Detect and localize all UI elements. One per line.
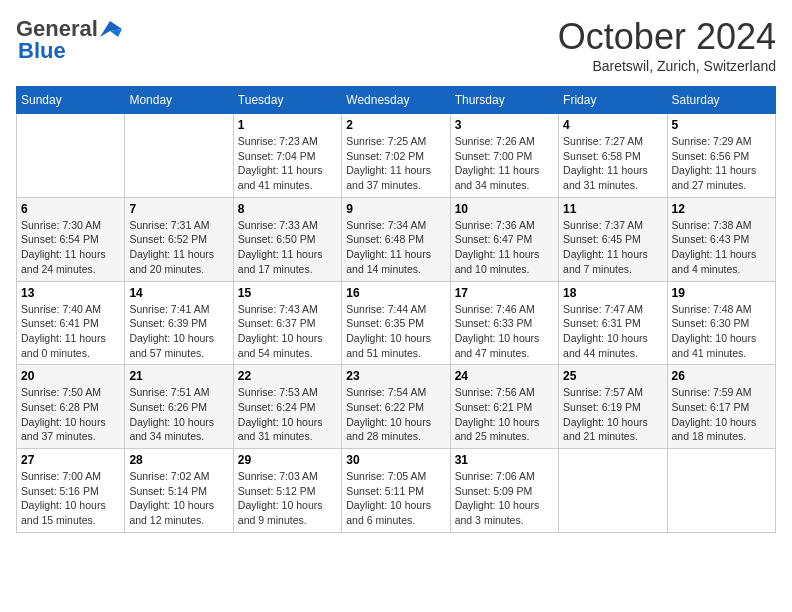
calendar-cell: 7Sunrise: 7:31 AM Sunset: 6:52 PM Daylig… bbox=[125, 197, 233, 281]
day-info: Sunrise: 7:06 AM Sunset: 5:09 PM Dayligh… bbox=[455, 469, 554, 528]
day-info: Sunrise: 7:29 AM Sunset: 6:56 PM Dayligh… bbox=[672, 134, 771, 193]
day-header-row: SundayMondayTuesdayWednesdayThursdayFrid… bbox=[17, 87, 776, 114]
day-number: 5 bbox=[672, 118, 771, 132]
calendar-table: SundayMondayTuesdayWednesdayThursdayFrid… bbox=[16, 86, 776, 533]
calendar-cell: 15Sunrise: 7:43 AM Sunset: 6:37 PM Dayli… bbox=[233, 281, 341, 365]
day-number: 11 bbox=[563, 202, 662, 216]
day-info: Sunrise: 7:02 AM Sunset: 5:14 PM Dayligh… bbox=[129, 469, 228, 528]
day-number: 25 bbox=[563, 369, 662, 383]
day-number: 10 bbox=[455, 202, 554, 216]
calendar-cell: 8Sunrise: 7:33 AM Sunset: 6:50 PM Daylig… bbox=[233, 197, 341, 281]
title-block: October 2024 Baretswil, Zurich, Switzerl… bbox=[558, 16, 776, 74]
day-number: 18 bbox=[563, 286, 662, 300]
day-header-tuesday: Tuesday bbox=[233, 87, 341, 114]
calendar-cell: 23Sunrise: 7:54 AM Sunset: 6:22 PM Dayli… bbox=[342, 365, 450, 449]
day-info: Sunrise: 7:59 AM Sunset: 6:17 PM Dayligh… bbox=[672, 385, 771, 444]
day-info: Sunrise: 7:41 AM Sunset: 6:39 PM Dayligh… bbox=[129, 302, 228, 361]
logo-blue-text: Blue bbox=[18, 38, 66, 64]
calendar-cell bbox=[667, 449, 775, 533]
day-number: 1 bbox=[238, 118, 337, 132]
day-header-monday: Monday bbox=[125, 87, 233, 114]
calendar-cell: 14Sunrise: 7:41 AM Sunset: 6:39 PM Dayli… bbox=[125, 281, 233, 365]
day-number: 20 bbox=[21, 369, 120, 383]
day-number: 8 bbox=[238, 202, 337, 216]
day-number: 31 bbox=[455, 453, 554, 467]
day-info: Sunrise: 7:44 AM Sunset: 6:35 PM Dayligh… bbox=[346, 302, 445, 361]
day-number: 29 bbox=[238, 453, 337, 467]
day-header-saturday: Saturday bbox=[667, 87, 775, 114]
calendar-cell: 18Sunrise: 7:47 AM Sunset: 6:31 PM Dayli… bbox=[559, 281, 667, 365]
calendar-cell: 24Sunrise: 7:56 AM Sunset: 6:21 PM Dayli… bbox=[450, 365, 558, 449]
day-number: 14 bbox=[129, 286, 228, 300]
day-info: Sunrise: 7:54 AM Sunset: 6:22 PM Dayligh… bbox=[346, 385, 445, 444]
day-info: Sunrise: 7:23 AM Sunset: 7:04 PM Dayligh… bbox=[238, 134, 337, 193]
week-row-2: 6Sunrise: 7:30 AM Sunset: 6:54 PM Daylig… bbox=[17, 197, 776, 281]
calendar-cell: 10Sunrise: 7:36 AM Sunset: 6:47 PM Dayli… bbox=[450, 197, 558, 281]
day-number: 26 bbox=[672, 369, 771, 383]
day-number: 13 bbox=[21, 286, 120, 300]
calendar-cell: 27Sunrise: 7:00 AM Sunset: 5:16 PM Dayli… bbox=[17, 449, 125, 533]
calendar-cell: 9Sunrise: 7:34 AM Sunset: 6:48 PM Daylig… bbox=[342, 197, 450, 281]
week-row-1: 1Sunrise: 7:23 AM Sunset: 7:04 PM Daylig… bbox=[17, 114, 776, 198]
day-number: 15 bbox=[238, 286, 337, 300]
day-number: 24 bbox=[455, 369, 554, 383]
day-number: 16 bbox=[346, 286, 445, 300]
calendar-cell: 4Sunrise: 7:27 AM Sunset: 6:58 PM Daylig… bbox=[559, 114, 667, 198]
day-info: Sunrise: 7:31 AM Sunset: 6:52 PM Dayligh… bbox=[129, 218, 228, 277]
day-info: Sunrise: 7:30 AM Sunset: 6:54 PM Dayligh… bbox=[21, 218, 120, 277]
calendar-cell: 28Sunrise: 7:02 AM Sunset: 5:14 PM Dayli… bbox=[125, 449, 233, 533]
calendar-cell: 22Sunrise: 7:53 AM Sunset: 6:24 PM Dayli… bbox=[233, 365, 341, 449]
day-number: 7 bbox=[129, 202, 228, 216]
day-info: Sunrise: 7:56 AM Sunset: 6:21 PM Dayligh… bbox=[455, 385, 554, 444]
day-info: Sunrise: 7:43 AM Sunset: 6:37 PM Dayligh… bbox=[238, 302, 337, 361]
day-number: 28 bbox=[129, 453, 228, 467]
calendar-cell: 20Sunrise: 7:50 AM Sunset: 6:28 PM Dayli… bbox=[17, 365, 125, 449]
day-info: Sunrise: 7:48 AM Sunset: 6:30 PM Dayligh… bbox=[672, 302, 771, 361]
day-number: 17 bbox=[455, 286, 554, 300]
day-info: Sunrise: 7:05 AM Sunset: 5:11 PM Dayligh… bbox=[346, 469, 445, 528]
calendar-cell bbox=[125, 114, 233, 198]
day-header-thursday: Thursday bbox=[450, 87, 558, 114]
day-info: Sunrise: 7:50 AM Sunset: 6:28 PM Dayligh… bbox=[21, 385, 120, 444]
day-number: 2 bbox=[346, 118, 445, 132]
calendar-cell: 3Sunrise: 7:26 AM Sunset: 7:00 PM Daylig… bbox=[450, 114, 558, 198]
day-info: Sunrise: 7:03 AM Sunset: 5:12 PM Dayligh… bbox=[238, 469, 337, 528]
calendar-cell: 25Sunrise: 7:57 AM Sunset: 6:19 PM Dayli… bbox=[559, 365, 667, 449]
day-info: Sunrise: 7:57 AM Sunset: 6:19 PM Dayligh… bbox=[563, 385, 662, 444]
calendar-cell: 31Sunrise: 7:06 AM Sunset: 5:09 PM Dayli… bbox=[450, 449, 558, 533]
day-info: Sunrise: 7:27 AM Sunset: 6:58 PM Dayligh… bbox=[563, 134, 662, 193]
location: Baretswil, Zurich, Switzerland bbox=[558, 58, 776, 74]
day-number: 21 bbox=[129, 369, 228, 383]
day-info: Sunrise: 7:37 AM Sunset: 6:45 PM Dayligh… bbox=[563, 218, 662, 277]
day-info: Sunrise: 7:38 AM Sunset: 6:43 PM Dayligh… bbox=[672, 218, 771, 277]
day-info: Sunrise: 7:25 AM Sunset: 7:02 PM Dayligh… bbox=[346, 134, 445, 193]
calendar-cell bbox=[17, 114, 125, 198]
week-row-4: 20Sunrise: 7:50 AM Sunset: 6:28 PM Dayli… bbox=[17, 365, 776, 449]
calendar-cell: 26Sunrise: 7:59 AM Sunset: 6:17 PM Dayli… bbox=[667, 365, 775, 449]
day-number: 27 bbox=[21, 453, 120, 467]
day-number: 22 bbox=[238, 369, 337, 383]
page-header: General Blue October 2024 Baretswil, Zur… bbox=[16, 16, 776, 74]
calendar-cell: 1Sunrise: 7:23 AM Sunset: 7:04 PM Daylig… bbox=[233, 114, 341, 198]
month-title: October 2024 bbox=[558, 16, 776, 58]
week-row-5: 27Sunrise: 7:00 AM Sunset: 5:16 PM Dayli… bbox=[17, 449, 776, 533]
calendar-cell: 11Sunrise: 7:37 AM Sunset: 6:45 PM Dayli… bbox=[559, 197, 667, 281]
calendar-cell: 2Sunrise: 7:25 AM Sunset: 7:02 PM Daylig… bbox=[342, 114, 450, 198]
calendar-cell: 13Sunrise: 7:40 AM Sunset: 6:41 PM Dayli… bbox=[17, 281, 125, 365]
day-number: 19 bbox=[672, 286, 771, 300]
day-info: Sunrise: 7:26 AM Sunset: 7:00 PM Dayligh… bbox=[455, 134, 554, 193]
day-info: Sunrise: 7:46 AM Sunset: 6:33 PM Dayligh… bbox=[455, 302, 554, 361]
day-number: 9 bbox=[346, 202, 445, 216]
day-info: Sunrise: 7:36 AM Sunset: 6:47 PM Dayligh… bbox=[455, 218, 554, 277]
day-info: Sunrise: 7:40 AM Sunset: 6:41 PM Dayligh… bbox=[21, 302, 120, 361]
week-row-3: 13Sunrise: 7:40 AM Sunset: 6:41 PM Dayli… bbox=[17, 281, 776, 365]
day-info: Sunrise: 7:00 AM Sunset: 5:16 PM Dayligh… bbox=[21, 469, 120, 528]
calendar-cell: 12Sunrise: 7:38 AM Sunset: 6:43 PM Dayli… bbox=[667, 197, 775, 281]
calendar-cell: 29Sunrise: 7:03 AM Sunset: 5:12 PM Dayli… bbox=[233, 449, 341, 533]
day-number: 6 bbox=[21, 202, 120, 216]
day-number: 12 bbox=[672, 202, 771, 216]
calendar-cell: 30Sunrise: 7:05 AM Sunset: 5:11 PM Dayli… bbox=[342, 449, 450, 533]
day-info: Sunrise: 7:51 AM Sunset: 6:26 PM Dayligh… bbox=[129, 385, 228, 444]
day-number: 30 bbox=[346, 453, 445, 467]
calendar-cell: 5Sunrise: 7:29 AM Sunset: 6:56 PM Daylig… bbox=[667, 114, 775, 198]
